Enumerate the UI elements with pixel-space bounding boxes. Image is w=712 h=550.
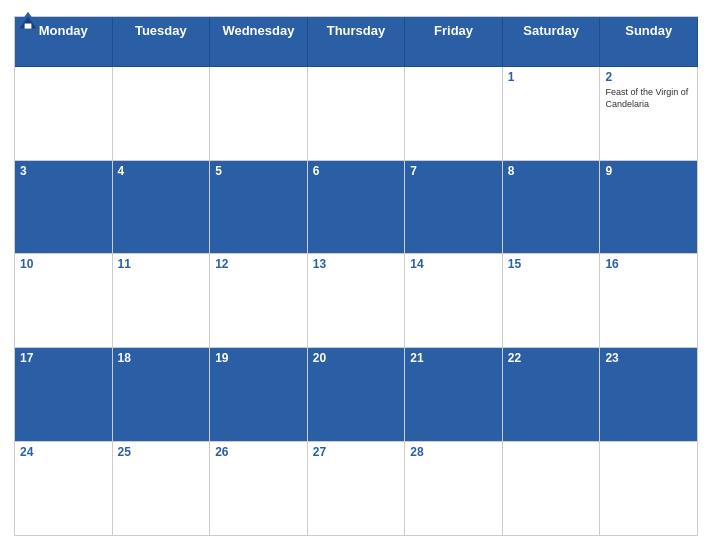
day-number: 13 <box>313 257 400 273</box>
day-number: 5 <box>215 164 302 180</box>
day-number: 22 <box>508 351 595 367</box>
day-cell: 20 <box>308 348 406 442</box>
day-cell: 22 <box>503 348 601 442</box>
day-cell: 18 <box>113 348 211 442</box>
day-cell: 28 <box>405 442 503 536</box>
day-cell: 10 <box>15 254 113 348</box>
day-number: 7 <box>410 164 497 180</box>
weekday-header-wednesday: Wednesday <box>210 17 308 67</box>
day-number: 9 <box>605 164 692 180</box>
day-number: 23 <box>605 351 692 367</box>
svg-rect-2 <box>25 24 32 29</box>
day-cell: 8 <box>503 161 601 255</box>
day-number: 12 <box>215 257 302 273</box>
day-number: 6 <box>313 164 400 180</box>
day-cell <box>210 67 308 161</box>
day-cell: 14 <box>405 254 503 348</box>
day-number: 26 <box>215 445 302 461</box>
day-number: 3 <box>20 164 107 180</box>
generalblue-icon <box>14 10 42 32</box>
logo-area <box>14 10 45 32</box>
day-number: 24 <box>20 445 107 461</box>
day-number: 8 <box>508 164 595 180</box>
weekday-header-friday: Friday <box>405 17 503 67</box>
day-cell <box>308 67 406 161</box>
day-number: 16 <box>605 257 692 273</box>
day-number: 17 <box>20 351 107 367</box>
day-cell: 7 <box>405 161 503 255</box>
day-number: 10 <box>20 257 107 273</box>
day-cell: 24 <box>15 442 113 536</box>
day-number: 14 <box>410 257 497 273</box>
day-number: 2 <box>605 70 692 86</box>
day-number: 11 <box>118 257 205 273</box>
event-label: Feast of the Virgin of Candelaria <box>605 87 692 110</box>
day-cell: 2Feast of the Virgin of Candelaria <box>600 67 698 161</box>
day-number: 15 <box>508 257 595 273</box>
day-cell: 21 <box>405 348 503 442</box>
day-cell: 16 <box>600 254 698 348</box>
day-cell <box>600 442 698 536</box>
day-cell: 5 <box>210 161 308 255</box>
day-cell: 19 <box>210 348 308 442</box>
day-cell: 17 <box>15 348 113 442</box>
day-cell: 4 <box>113 161 211 255</box>
day-cell <box>113 67 211 161</box>
day-cell: 6 <box>308 161 406 255</box>
day-cell <box>405 67 503 161</box>
logo-row <box>14 10 45 32</box>
day-number: 28 <box>410 445 497 461</box>
weekday-header-sunday: Sunday <box>600 17 698 67</box>
day-cell: 23 <box>600 348 698 442</box>
day-cell: 26 <box>210 442 308 536</box>
day-cell <box>15 67 113 161</box>
day-number: 27 <box>313 445 400 461</box>
day-cell: 9 <box>600 161 698 255</box>
day-number: 1 <box>508 70 595 86</box>
weekday-header-thursday: Thursday <box>308 17 406 67</box>
day-number: 19 <box>215 351 302 367</box>
calendar-grid: MondayTuesdayWednesdayThursdayFridaySatu… <box>14 16 698 536</box>
day-cell: 11 <box>113 254 211 348</box>
day-cell <box>503 442 601 536</box>
calendar-wrapper: MondayTuesdayWednesdayThursdayFridaySatu… <box>0 0 712 550</box>
day-number: 21 <box>410 351 497 367</box>
day-cell: 12 <box>210 254 308 348</box>
day-cell: 3 <box>15 161 113 255</box>
day-number: 20 <box>313 351 400 367</box>
day-cell: 1 <box>503 67 601 161</box>
day-cell: 13 <box>308 254 406 348</box>
day-number: 18 <box>118 351 205 367</box>
weekday-header-saturday: Saturday <box>503 17 601 67</box>
day-cell: 27 <box>308 442 406 536</box>
weekday-header-tuesday: Tuesday <box>113 17 211 67</box>
day-number: 25 <box>118 445 205 461</box>
day-cell: 25 <box>113 442 211 536</box>
day-number: 4 <box>118 164 205 180</box>
day-cell: 15 <box>503 254 601 348</box>
